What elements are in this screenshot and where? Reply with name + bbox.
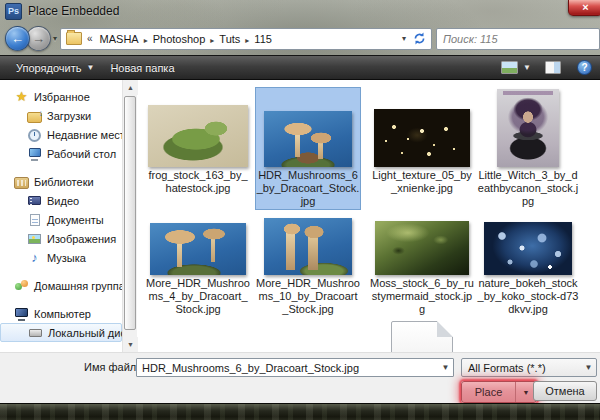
sidebar-item-video[interactable]: Видео <box>0 191 122 210</box>
sidebar-item-documents[interactable]: Документы <box>0 210 122 229</box>
witch-thumbnail <box>497 89 559 167</box>
mushrooms-blue-3-thumbnail <box>264 218 352 275</box>
preview-pane-icon[interactable] <box>545 61 561 74</box>
file-item[interactable]: HDR_Mushrooms_6_by_Dracoart_Stock.jpg <box>256 88 360 209</box>
sidebar-item-label: Библиотеки <box>34 176 94 188</box>
title-bar: Ps Place Embedded × <box>0 0 600 22</box>
organize-button[interactable]: Упорядочить ▼ <box>8 59 102 77</box>
file-name: Little_Witch_3_by_deathbycanon_stock.jpg <box>476 169 580 208</box>
breadcrumb-separator-icon: ▸ <box>142 36 150 45</box>
sidebar-item-libraries[interactable]: Библиотеки <box>0 172 122 191</box>
thumbnail-wrap <box>476 89 580 167</box>
command-toolbar: Упорядочить ▼ Новая папка ▼ ? <box>0 55 600 80</box>
photoshop-app-icon: Ps <box>5 3 22 20</box>
file-name: frog_stock_163_by_hatestock.jpg <box>146 169 250 195</box>
format-select[interactable]: All Formats (*.*) ▼ <box>461 358 597 377</box>
sidebar-item-music[interactable]: Музыка <box>0 248 122 267</box>
thumbnail-wrap <box>476 217 580 275</box>
file-name: More_HDR_Mushrooms_10_by_Dracoart_Stock.… <box>256 277 360 316</box>
address-bar[interactable]: « MASHA▸Photoshop▸Tuts▸115 ▾ <box>60 28 432 50</box>
sidebar-item-downloads[interactable]: Загрузки <box>0 106 122 125</box>
views-dropdown-icon[interactable]: ▼ <box>523 63 531 72</box>
breadcrumb-segment[interactable]: MASHA <box>97 31 142 47</box>
address-dropdown-icon[interactable]: ▾ <box>398 34 410 43</box>
sidebar-item-recent-places[interactable]: Недавние места <box>0 125 122 144</box>
back-button[interactable]: ← <box>5 26 30 51</box>
file-item[interactable]: Moss_stock_6_by_rustymermaid_stock.jpg <box>370 216 474 317</box>
thumbnail-wrap <box>370 317 474 352</box>
file-item[interactable] <box>370 316 474 352</box>
page-thumbnail <box>391 321 453 352</box>
breadcrumb-segment[interactable]: Photoshop <box>150 31 209 47</box>
history-dropdown-icon[interactable]: ▾ <box>53 34 57 43</box>
breadcrumb-overflow[interactable]: « <box>87 33 93 44</box>
thumbnail-wrap <box>370 217 474 275</box>
scroll-up-icon[interactable]: ▲ <box>123 80 138 95</box>
file-name: nature_bokeh_stock_by_koko_stock-d73dkvv… <box>476 277 580 316</box>
close-button[interactable]: × <box>568 0 600 16</box>
sidebar-item-label: Загрузки <box>47 110 91 122</box>
new-folder-label: Новая папка <box>110 62 174 74</box>
chevron-down-icon[interactable]: ▼ <box>438 363 453 372</box>
sidebar-item-star[interactable]: Избранное <box>0 87 122 106</box>
sidebar-item-label: Видео <box>47 195 79 207</box>
thumbnail-wrap <box>256 217 360 275</box>
pictures-icon <box>27 232 42 246</box>
format-value: All Formats (*.*) <box>462 362 581 374</box>
folder-icon <box>66 32 82 45</box>
organize-label: Упорядочить <box>16 62 81 74</box>
sidebar-item-desktop[interactable]: Рабочий стол <box>0 144 122 163</box>
file-item[interactable]: More_HDR_Mushrooms_4_by_Dracoart_Stock.j… <box>146 216 250 317</box>
star-icon <box>14 90 29 104</box>
sidebar-item-label: Рабочий стол <box>47 148 116 160</box>
search-input[interactable]: Поиск: 115 <box>436 28 600 50</box>
place-button[interactable]: Place <box>462 382 516 402</box>
desktop-icon <box>27 147 42 161</box>
views-icon[interactable] <box>501 61 518 74</box>
breadcrumb: MASHA▸Photoshop▸Tuts▸115 <box>97 33 275 45</box>
navigation-bar: ← → ▾ « MASHA▸Photoshop▸Tuts▸115 ▾ Поиск… <box>0 22 600 55</box>
file-item[interactable]: frog_stock_163_by_hatestock.jpg <box>146 88 250 196</box>
breadcrumb-segment[interactable]: 115 <box>251 31 275 47</box>
video-icon <box>27 194 42 208</box>
scrollbar-thumb[interactable] <box>124 96 136 330</box>
sidebar-item-computer[interactable]: Компьютер <box>0 304 122 323</box>
back-arrow-icon: ← <box>11 31 24 46</box>
help-icon[interactable]: ? <box>577 60 592 75</box>
breadcrumb-segment[interactable]: Tuts <box>216 31 243 47</box>
sidebar-item-label: Избранное <box>34 91 90 103</box>
file-item[interactable]: More_HDR_Mushrooms_10_by_Dracoart_Stock.… <box>256 216 360 317</box>
file-item[interactable]: Light_texture_05_by_xnienke.jpg <box>370 88 474 196</box>
file-list: frog_stock_163_by_hatestock.jpgHDR_Mushr… <box>138 80 600 352</box>
documents-icon <box>27 213 42 227</box>
sidebar-item-pictures[interactable]: Изображения <box>0 229 122 248</box>
chevron-down-icon: ▼ <box>86 63 94 72</box>
place-split-button: Place ▼ <box>461 381 537 403</box>
file-item[interactable]: nature_bokeh_stock_by_koko_stock-d73dkvv… <box>476 216 580 317</box>
file-item[interactable]: Little_Witch_3_by_deathbycanon_stock.jpg <box>476 88 580 209</box>
new-folder-button[interactable]: Новая папка <box>102 59 182 77</box>
homegroup-icon <box>14 279 29 293</box>
cancel-button[interactable]: Отмена <box>533 381 597 401</box>
file-name: Light_texture_05_by_xnienke.jpg <box>370 169 474 195</box>
footer-bar: Имя файла: HDR_Mushrooms_6_by_Dracoart_S… <box>0 352 600 403</box>
refresh-icon[interactable] <box>410 30 428 48</box>
sidebar-item-homegroup[interactable]: Домашняя группа <box>0 276 122 295</box>
thumbnail-wrap <box>146 89 250 167</box>
sidebar-item-label: Локальный диск <box>48 327 122 339</box>
sidebar-scrollbar[interactable]: ▲ ▼ <box>122 80 137 352</box>
sidebar-item-label: Недавние места <box>47 129 122 141</box>
sidebar-item-label: Домашняя группа <box>34 280 122 292</box>
libraries-icon <box>14 177 29 189</box>
bokeh-thumbnail <box>484 222 572 275</box>
sidebar-item-disk[interactable]: Локальный диск <box>0 323 122 342</box>
music-icon <box>27 251 42 265</box>
main-area: ИзбранноеЗагрузкиНедавние местаРабочий с… <box>0 80 600 352</box>
downloads-icon <box>27 112 42 123</box>
window-title: Place Embedded <box>28 4 119 18</box>
filename-combobox[interactable]: HDR_Mushrooms_6_by_Dracoart_Stock.jpg ▼ <box>136 358 454 377</box>
place-embedded-dialog: Ps Place Embedded × ← → ▾ « MASHA▸Photos… <box>0 0 600 420</box>
sidebar-item-label: Документы <box>47 214 104 226</box>
mushrooms-blue-2-thumbnail <box>150 223 246 275</box>
scroll-down-icon[interactable]: ▼ <box>123 337 138 352</box>
